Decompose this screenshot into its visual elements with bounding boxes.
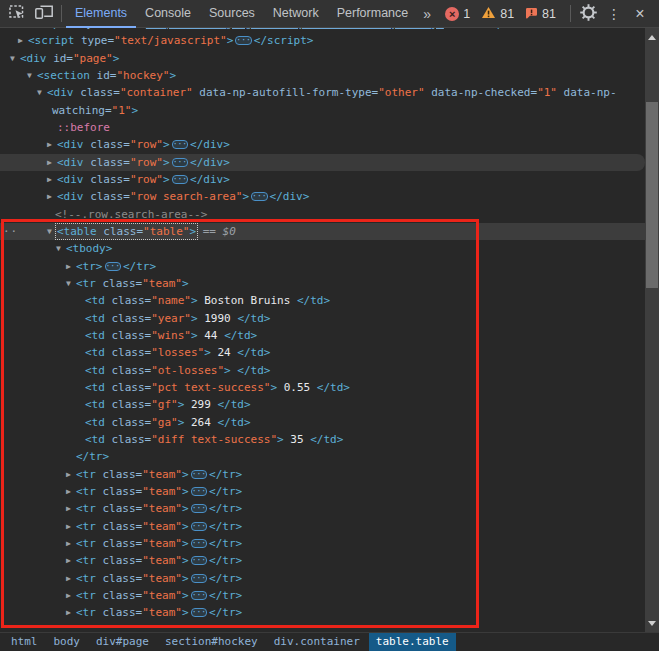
collapsed-content-ellipsis-icon[interactable]: ··· <box>191 556 207 565</box>
expand-arrow-icon[interactable]: ▶ <box>47 171 52 188</box>
tree-node[interactable]: <td class="name"> Boston Bruins </td> <box>0 292 645 309</box>
error-badge[interactable]: × 1 <box>445 7 470 21</box>
tree-node[interactable]: watching="1"> <box>0 102 645 119</box>
collapsed-content-ellipsis-icon[interactable]: ··· <box>191 591 207 600</box>
scroll-down-arrow[interactable] <box>645 616 659 630</box>
collapsed-content-ellipsis-icon[interactable]: ··· <box>251 192 267 201</box>
tree-node[interactable]: ▶<tr class="team">···</tr> <box>0 466 645 483</box>
tab-sources[interactable]: Sources <box>200 0 264 28</box>
issues-badge[interactable]: 81 <box>525 5 556 23</box>
vertical-scrollbar[interactable] <box>645 28 659 632</box>
breadcrumb-html[interactable]: html <box>4 633 45 651</box>
expand-arrow-icon[interactable]: ▶ <box>66 552 71 569</box>
collapsed-content-ellipsis-icon[interactable]: ··· <box>105 262 121 271</box>
tree-node[interactable]: ▼<section id="hockey"> <box>0 67 645 84</box>
tree-node[interactable]: ▶<div class="row">···</div> <box>0 136 645 153</box>
expand-arrow-icon[interactable]: ▶ <box>47 154 52 171</box>
expand-arrow-icon[interactable]: ▶ <box>66 587 71 604</box>
expand-arrow-icon[interactable]: ▶ <box>66 258 71 275</box>
collapsed-content-ellipsis-icon[interactable]: ··· <box>191 539 207 548</box>
breadcrumb-div-container[interactable]: div.container <box>267 633 367 651</box>
tree-node[interactable]: ▶<tr class="team">···</tr> <box>0 535 645 552</box>
collapsed-content-ellipsis-icon[interactable]: ··· <box>235 36 251 45</box>
tree-node[interactable]: ▶<tr class="team">···</tr> <box>0 518 645 535</box>
tree-node[interactable]: <td class="gf"> 299 </td> <box>0 396 645 413</box>
tree-node[interactable]: <!--.row.search-area--> <box>0 206 645 223</box>
code-attr: class= <box>90 173 130 186</box>
tree-node[interactable]: ::before <box>0 119 645 136</box>
tree-node[interactable]: ▶<script type="text/javascript">···</scr… <box>0 32 645 49</box>
expand-arrow-icon[interactable]: ▶ <box>66 483 71 500</box>
tree-node[interactable]: ▼<tbody> <box>0 240 645 257</box>
tree-node[interactable]: </tr> <box>0 448 645 465</box>
collapsed-content-ellipsis-icon[interactable]: ··· <box>172 175 188 184</box>
collapsed-content-ellipsis-icon[interactable]: ··· <box>191 522 207 531</box>
more-tabs-button[interactable]: » <box>417 1 437 27</box>
collapse-arrow-icon[interactable]: ▼ <box>56 240 61 257</box>
tree-node[interactable]: ▶<tr class="team">···</tr> <box>0 570 645 587</box>
tree-node[interactable]: ▶<tr class="team">···</tr> <box>0 483 645 500</box>
more-options-menu-button[interactable]: ⋮ <box>601 1 627 27</box>
toggle-device-toolbar-button[interactable] <box>31 1 57 27</box>
collapse-arrow-icon[interactable]: ▼ <box>47 223 52 240</box>
code-attr: id= <box>53 52 73 65</box>
collapsed-content-ellipsis-icon[interactable]: ··· <box>191 504 207 513</box>
tree-node[interactable]: ▶<tr class="team">···</tr> <box>0 500 645 517</box>
warning-badge[interactable]: 81 <box>481 5 514 23</box>
inspect-element-button[interactable] <box>5 1 31 27</box>
tree-node[interactable]: <td class="pct text-success"> 0.55 </td> <box>0 379 645 396</box>
collapsed-content-ellipsis-icon[interactable]: ··· <box>191 487 207 496</box>
code-attr: class= <box>103 520 143 533</box>
code-val: "hockey" <box>116 69 169 82</box>
breadcrumb-div-page[interactable]: div#page <box>89 633 156 651</box>
collapsed-content-ellipsis-icon[interactable]: ··· <box>191 608 207 617</box>
tree-node[interactable]: <td class="ot-losses"> </td> <box>0 362 645 379</box>
code-ps: ::before <box>57 121 110 134</box>
tree-node[interactable]: ▼<tr class="team"> <box>0 275 645 292</box>
collapsed-content-ellipsis-icon[interactable]: ··· <box>191 574 207 583</box>
scrollbar-thumb[interactable] <box>646 102 658 288</box>
collapsed-content-ellipsis-icon[interactable]: ··· <box>172 158 188 167</box>
tree-node[interactable]: <td class="ga"> 264 </td> <box>0 414 645 431</box>
tree-node[interactable]: ▶<div class="row search-area">···</div> <box>0 188 645 205</box>
tree-node[interactable]: ▶<div class="row">···</div> <box>0 171 645 188</box>
expand-arrow-icon[interactable]: ▶ <box>66 466 71 483</box>
tree-node[interactable]: <td class="year"> 1990 </td> <box>0 310 645 327</box>
expand-arrow-icon[interactable]: ▶ <box>66 604 71 621</box>
tree-node[interactable]: ▼<div id="page"> <box>0 50 645 67</box>
collapse-arrow-icon[interactable]: ▼ <box>10 50 15 67</box>
tree-node[interactable]: ▶<tr class="team">···</tr> <box>0 587 645 604</box>
expand-arrow-icon[interactable]: ▶ <box>66 570 71 587</box>
expand-arrow-icon[interactable]: ▶ <box>66 535 71 552</box>
tab-performance[interactable]: Performance <box>328 0 418 28</box>
breadcrumb-table-table[interactable]: table.table <box>369 633 456 651</box>
collapse-arrow-icon[interactable]: ▼ <box>27 67 32 84</box>
tree-node[interactable]: ··▼<table class="table"> == $0 <box>0 223 645 240</box>
settings-button[interactable] <box>575 1 601 27</box>
breadcrumb-body[interactable]: body <box>47 633 88 651</box>
collapsed-content-ellipsis-icon[interactable]: ··· <box>172 140 188 149</box>
breadcrumb-section-hockey[interactable]: section#hockey <box>158 633 265 651</box>
collapsed-content-ellipsis-icon[interactable]: ··· <box>191 470 207 479</box>
tab-network[interactable]: Network <box>264 0 328 28</box>
tree-node[interactable]: <td class="diff text-success"> 35 </td> <box>0 431 645 448</box>
collapse-arrow-icon[interactable]: ▼ <box>37 84 42 101</box>
tree-node[interactable]: ▶<tr class="team">···</tr> <box>0 604 645 621</box>
close-devtools-button[interactable]: × <box>627 1 653 27</box>
tab-elements[interactable]: Elements <box>66 0 136 28</box>
tree-node[interactable]: ▶<tr class="team">···</tr> <box>0 552 645 569</box>
expand-arrow-icon[interactable]: ▶ <box>47 136 52 153</box>
tree-node[interactable]: <td class="losses"> 24 </td> <box>0 344 645 361</box>
expand-arrow-icon[interactable]: ▶ <box>18 32 23 49</box>
expand-arrow-icon[interactable]: ▶ <box>66 518 71 535</box>
expand-arrow-icon[interactable]: ▶ <box>66 500 71 517</box>
tab-console[interactable]: Console <box>136 0 200 28</box>
collapse-arrow-icon[interactable]: ▼ <box>66 275 71 292</box>
toolbar-right-actions: ⋮ × <box>566 1 659 27</box>
expand-arrow-icon[interactable]: ▶ <box>47 188 52 205</box>
tree-node[interactable]: ▶<div class="row">···</div> <box>0 154 645 171</box>
scroll-up-arrow[interactable] <box>645 30 659 44</box>
tree-node[interactable]: ▼<div class="container" data-np-autofill… <box>0 84 645 101</box>
tree-node[interactable]: <td class="wins"> 44 </td> <box>0 327 645 344</box>
tree-node[interactable]: ▶<tr>···</tr> <box>0 258 645 275</box>
